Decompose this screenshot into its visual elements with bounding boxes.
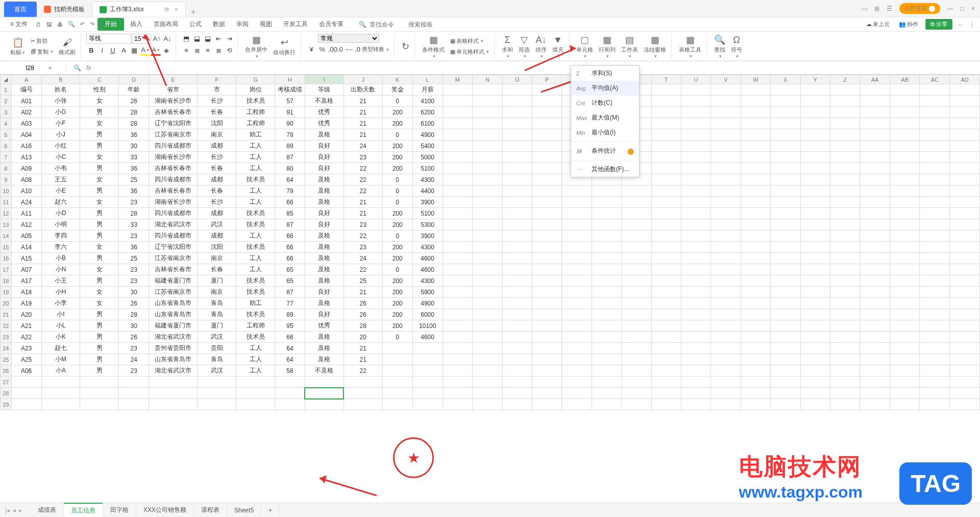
cell[interactable]	[860, 174, 890, 185]
cell[interactable]	[800, 140, 830, 152]
cell[interactable]	[920, 140, 950, 152]
cell[interactable]: A17	[11, 275, 41, 287]
cell[interactable]	[443, 275, 472, 287]
cell[interactable]	[890, 264, 920, 275]
cell[interactable]	[473, 230, 502, 242]
row-header-22[interactable]: 22	[1, 320, 12, 332]
cell[interactable]	[860, 298, 890, 309]
cell[interactable]	[920, 264, 950, 275]
cell[interactable]	[741, 343, 770, 354]
cell[interactable]	[41, 388, 80, 399]
cell[interactable]	[622, 264, 651, 275]
cell[interactable]	[11, 399, 41, 410]
cell[interactable]	[382, 365, 412, 377]
name-box[interactable]: ▾	[0, 64, 66, 72]
menu-view[interactable]: 视图	[255, 18, 277, 31]
cell[interactable]: 33	[119, 152, 149, 163]
row-header-18[interactable]: 18	[1, 275, 12, 287]
cell[interactable]	[890, 140, 920, 152]
cell[interactable]	[119, 388, 149, 399]
cell[interactable]: 66	[275, 242, 305, 253]
cell[interactable]: 助工	[236, 129, 275, 140]
cell[interactable]	[800, 343, 830, 354]
col-header-K[interactable]: K	[382, 75, 412, 84]
cell[interactable]	[741, 298, 770, 309]
cell[interactable]: 64	[275, 343, 305, 354]
cell[interactable]	[711, 197, 741, 208]
cell[interactable]	[830, 163, 860, 174]
cell[interactable]: A22	[11, 332, 41, 343]
cell[interactable]: 湖北省武汉市	[149, 365, 198, 377]
cell[interactable]: 武汉	[198, 365, 236, 377]
row-header-15[interactable]: 15	[1, 242, 12, 253]
cell[interactable]	[711, 320, 741, 332]
row-header-27[interactable]: 27	[1, 377, 12, 388]
cell[interactable]: 200	[382, 242, 412, 253]
cell[interactable]: 26	[344, 298, 382, 309]
cell[interactable]	[890, 129, 920, 140]
cell[interactable]	[830, 275, 860, 287]
cell[interactable]: 技术员	[236, 275, 275, 287]
cell[interactable]	[950, 264, 980, 275]
cell[interactable]	[236, 399, 275, 410]
cell[interactable]	[771, 84, 800, 96]
cell[interactable]: 男	[80, 129, 119, 140]
qa-print-icon[interactable]: 🖶	[55, 20, 65, 29]
cell[interactable]	[41, 399, 80, 410]
corner-cell[interactable]: ◢	[1, 75, 12, 84]
cell[interactable]	[562, 388, 592, 399]
font-size-input[interactable]	[132, 34, 151, 44]
cell[interactable]	[800, 253, 830, 264]
cell[interactable]	[443, 287, 472, 298]
cell[interactable]: 女	[80, 174, 119, 185]
cell[interactable]: A03	[11, 118, 41, 129]
cell[interactable]	[830, 197, 860, 208]
col-header-V[interactable]: V	[711, 75, 741, 84]
cell[interactable]	[920, 152, 950, 163]
cell[interactable]	[830, 399, 860, 410]
cell[interactable]: 20	[344, 332, 382, 343]
cell[interactable]	[532, 174, 561, 185]
cell[interactable]	[860, 388, 890, 399]
cell[interactable]	[622, 377, 651, 388]
cell[interactable]	[502, 298, 532, 309]
cell[interactable]	[198, 388, 236, 399]
cell[interactable]	[532, 332, 561, 343]
cell[interactable]	[622, 185, 651, 197]
cell[interactable]: 湖南省长沙市	[149, 152, 198, 163]
cell[interactable]	[622, 253, 651, 264]
cell[interactable]	[950, 365, 980, 377]
dd-cond-stat[interactable]: ▤条件统计⬤	[571, 144, 639, 158]
col-header-U[interactable]: U	[681, 75, 710, 84]
cell[interactable]	[412, 388, 443, 399]
cell[interactable]	[830, 230, 860, 242]
cell[interactable]	[920, 219, 950, 230]
dd-count[interactable]: Cnt计数(C)	[571, 96, 639, 110]
cell[interactable]	[592, 388, 621, 399]
cell[interactable]	[681, 320, 710, 332]
cell[interactable]: 小G	[41, 107, 80, 118]
orientation-icon[interactable]: ⟲	[224, 45, 234, 56]
cell[interactable]	[950, 399, 980, 410]
cell[interactable]: 福建省厦门市	[149, 320, 198, 332]
cell[interactable]: 36	[119, 163, 149, 174]
cell[interactable]	[532, 140, 561, 152]
cell[interactable]: 25	[344, 275, 382, 287]
tab-home[interactable]: 首页	[4, 2, 37, 17]
cell[interactable]: 及格	[305, 275, 344, 287]
cell[interactable]: 24	[344, 140, 382, 152]
cell[interactable]	[502, 163, 532, 174]
cell[interactable]	[473, 287, 502, 298]
menu-dev[interactable]: 开发工具	[278, 18, 313, 31]
cell[interactable]	[681, 354, 710, 365]
cell[interactable]	[950, 163, 980, 174]
cell[interactable]	[532, 230, 561, 242]
cell[interactable]	[532, 152, 561, 163]
cell[interactable]: 技术员	[236, 287, 275, 298]
cell[interactable]	[830, 118, 860, 129]
cell[interactable]: 及格	[305, 242, 344, 253]
command-search-input[interactable]	[370, 21, 405, 28]
cell[interactable]	[950, 388, 980, 399]
cell[interactable]	[443, 253, 472, 264]
cell[interactable]	[562, 287, 592, 298]
